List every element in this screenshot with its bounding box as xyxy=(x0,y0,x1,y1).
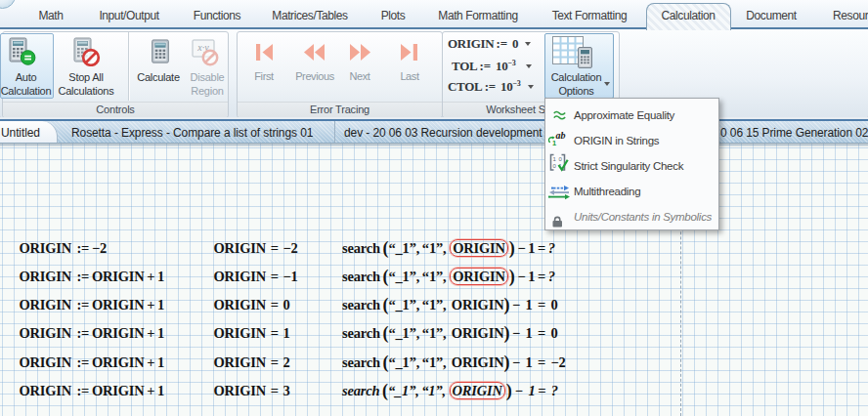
svg-text:0: 0 xyxy=(552,163,556,169)
svg-text:0: 0 xyxy=(558,156,562,162)
svg-text:ab: ab xyxy=(556,130,566,141)
svg-text:1: 1 xyxy=(552,156,556,162)
svg-text:1: 1 xyxy=(552,139,556,147)
